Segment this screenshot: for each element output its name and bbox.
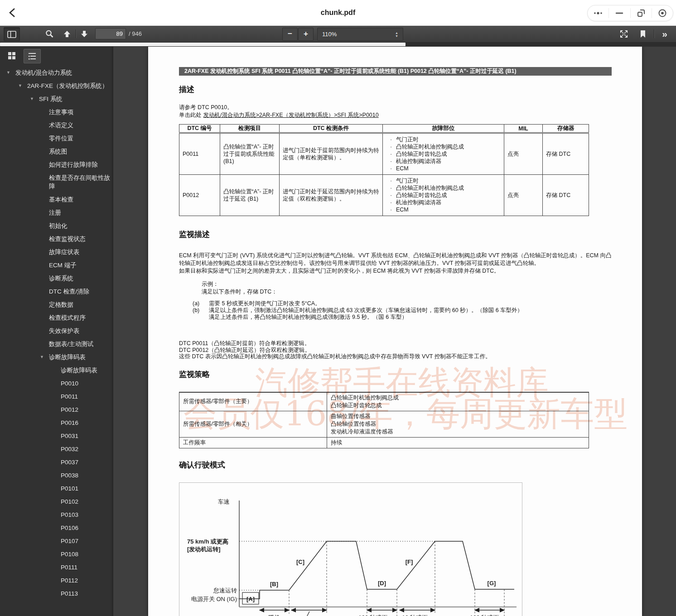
toggle-sidebar-button[interactable] bbox=[4, 27, 20, 41]
outline-item[interactable]: P0106 bbox=[0, 524, 113, 532]
cell-detection-item: 凸轮轴位置“A”- 正时过于延迟 (B1) bbox=[220, 175, 280, 216]
outline-item[interactable]: DTC 检查/清除 bbox=[0, 287, 113, 296]
outline-item-label: P0016 bbox=[61, 419, 113, 427]
outline-item[interactable]: ECM 端子 bbox=[0, 261, 113, 270]
horizontal-scrollbar[interactable] bbox=[0, 42, 676, 47]
outline-item-label: 检查监视状态 bbox=[49, 235, 113, 243]
outline-view-button[interactable] bbox=[24, 49, 41, 63]
caret-spacer bbox=[40, 121, 49, 130]
outline-item[interactable]: P0010 bbox=[0, 379, 113, 388]
page-number-input[interactable] bbox=[95, 28, 126, 39]
outline-item[interactable]: P0012 bbox=[0, 405, 113, 414]
outline-item[interactable]: ▼发动机/混合动力系统 bbox=[0, 68, 113, 77]
outline-item-label: 诊断故障码表 bbox=[61, 366, 113, 375]
outline-item[interactable]: 检查监视状态 bbox=[0, 235, 113, 243]
toolbar-divider bbox=[76, 29, 76, 38]
toolbar-overflow-button[interactable]: » bbox=[657, 27, 672, 40]
presentation-mode-button[interactable] bbox=[616, 27, 632, 40]
more-options-button[interactable] bbox=[588, 8, 608, 18]
outline-item[interactable]: 系统图 bbox=[0, 147, 113, 156]
outline-item[interactable]: P0107 bbox=[0, 537, 113, 545]
outline-item[interactable]: 检查模式程序 bbox=[0, 313, 113, 322]
trouble-area-item: ·ECM bbox=[386, 206, 501, 213]
outline-item-label: P0113 bbox=[61, 589, 113, 598]
select-spinner-icon: ▲▼ bbox=[395, 28, 398, 40]
outline-item[interactable]: P0031 bbox=[0, 432, 113, 440]
outline-item[interactable]: P0111 bbox=[0, 563, 113, 572]
cell-detection-condition: 进气门正时处于延迟范围内时持续为特定值（双程检测逻辑）。 bbox=[280, 175, 383, 216]
pdf-viewer-area[interactable]: 汽修帮手在线资料库 会员仅168/年，每周更新车型 2AR-FXE 发动机控制系… bbox=[113, 47, 676, 616]
outline-item[interactable]: 初始化 bbox=[0, 221, 113, 230]
bookmark-icon bbox=[638, 29, 647, 39]
pdf-toolbar: / 946 − + 110% ▲▼ » bbox=[0, 25, 676, 43]
outline-item[interactable]: P0113 bbox=[0, 589, 113, 598]
pdf-page: 汽修帮手在线资料库 会员仅168/年，每周更新车型 2AR-FXE 发动机控制系… bbox=[148, 47, 642, 616]
caret-spacer bbox=[40, 235, 49, 243]
outline-item[interactable]: 定格数据 bbox=[0, 300, 113, 309]
cell-mil: 点亮 bbox=[504, 133, 543, 175]
next-page-button[interactable] bbox=[77, 27, 92, 40]
caret-spacer bbox=[40, 147, 49, 156]
outline-item[interactable]: P0108 bbox=[0, 550, 113, 558]
outline-item[interactable]: ▼SFI 系统 bbox=[0, 95, 113, 103]
record-button[interactable] bbox=[652, 8, 673, 18]
outline-item-label: P0037 bbox=[61, 458, 113, 467]
outline-item[interactable]: P0038 bbox=[0, 471, 113, 480]
trouble-area-item: ·凸轮轴正时机油控制阀总成 bbox=[386, 143, 501, 150]
outline-item[interactable]: 如何进行故障排除 bbox=[0, 160, 113, 169]
minimize-button[interactable] bbox=[608, 8, 630, 18]
monitor-paragraph-2: 如果目标和实际进气门正时之间的差异太大，且实际进气门正时的变化小，则 ECM 将… bbox=[179, 267, 612, 275]
restore-window-button[interactable] bbox=[630, 8, 652, 18]
outline-item[interactable]: 检查是否存在间歇性故障 bbox=[0, 173, 113, 191]
outline-item[interactable]: 基本检查 bbox=[0, 195, 113, 204]
outline-item[interactable]: P0101 bbox=[0, 484, 113, 493]
outline-item[interactable]: P0037 bbox=[0, 458, 113, 467]
outline-item[interactable]: P0032 bbox=[0, 445, 113, 453]
outline-item[interactable]: 故障症状表 bbox=[0, 248, 113, 256]
zoom-out-button[interactable]: − bbox=[282, 28, 298, 41]
zoom-level-select[interactable]: 110% ▲▼ bbox=[317, 28, 403, 41]
outline-item-label: 零件位置 bbox=[49, 134, 113, 143]
outline-item-label: 注意事项 bbox=[49, 108, 113, 116]
chart-label-a: [A] bbox=[246, 596, 255, 602]
previous-page-button[interactable] bbox=[60, 27, 74, 40]
caret-spacer bbox=[40, 208, 49, 217]
outline-item[interactable]: P0102 bbox=[0, 497, 113, 506]
caret-down-icon: ▼ bbox=[30, 95, 39, 103]
outline-item[interactable]: P0112 bbox=[0, 576, 113, 585]
cell-memory: 存储 DTC bbox=[543, 175, 589, 216]
bullet-icon: · bbox=[386, 184, 396, 192]
caret-spacer bbox=[40, 274, 49, 283]
outline-item[interactable]: 零件位置 bbox=[0, 134, 113, 143]
outline-item[interactable]: 注意事项 bbox=[0, 108, 113, 116]
outline-item[interactable]: 注册 bbox=[0, 208, 113, 217]
caret-spacer bbox=[40, 287, 49, 296]
horizontal-scrollbar-thumb[interactable] bbox=[0, 43, 406, 46]
find-button[interactable] bbox=[42, 27, 57, 40]
dtc-table-row: P0011凸轮轴位置“A”- 正时过于提前或系统性能 (B1)进气门正时处于提前… bbox=[179, 133, 589, 175]
breadcrumb-link[interactable]: 发动机/混合动力系统>2AR-FXE（发动机控制系统）>SFI 系统>P0010 bbox=[203, 112, 378, 118]
outline-item[interactable]: ▼2AR-FXE（发动机控制系统） bbox=[0, 82, 113, 90]
bookmark-button[interactable] bbox=[635, 27, 651, 40]
strategy-row: 所需传感器/零部件（相关）曲轴位置传感器凸轮轴位置传感器发动机冷却液温度传感器 bbox=[179, 411, 589, 437]
zoom-in-button[interactable]: + bbox=[298, 28, 314, 41]
condition-b-label: (b) bbox=[193, 307, 209, 321]
thumbnails-view-button[interactable] bbox=[4, 49, 20, 63]
outline-item[interactable]: 术语定义 bbox=[0, 121, 113, 130]
chart-level-high-2: [发动机运转] bbox=[187, 546, 221, 553]
outline-item[interactable]: 诊断故障码表 bbox=[0, 366, 113, 375]
trouble-area-text: 凸轮轴正时齿轮总成 bbox=[396, 150, 447, 158]
outline-item[interactable]: 数据表/主动测试 bbox=[0, 340, 113, 348]
outline-item[interactable]: ▼诊断故障码表 bbox=[0, 353, 113, 361]
caret-down-icon: ▼ bbox=[18, 82, 27, 90]
caret-spacer bbox=[40, 221, 49, 230]
strategy-values: 曲轴位置传感器凸轮轴位置传感器发动机冷却液温度传感器 bbox=[327, 411, 589, 437]
chart-level-high-1: 75 km/h 或更高 bbox=[187, 538, 228, 545]
bullet-icon: · bbox=[386, 192, 396, 199]
outline-item[interactable]: P0103 bbox=[0, 510, 113, 519]
outline-item[interactable]: P0011 bbox=[0, 392, 113, 401]
outline-item[interactable]: 诊断系统 bbox=[0, 274, 113, 283]
outline-item[interactable]: 失效保护表 bbox=[0, 327, 113, 335]
col-header: 检测项目 bbox=[220, 125, 280, 133]
outline-item[interactable]: P0016 bbox=[0, 419, 113, 427]
